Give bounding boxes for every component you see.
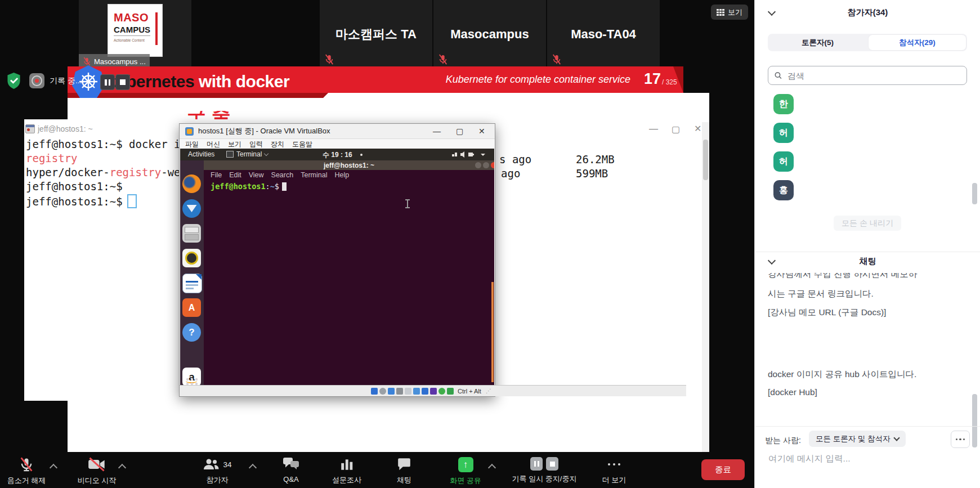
tmenu-view[interactable]: View	[249, 171, 264, 179]
send-to-selector[interactable]: 모든 토론자 및 참석자	[809, 431, 906, 447]
menu-input[interactable]: 입력	[249, 140, 263, 149]
participants-icon	[203, 457, 220, 472]
video-tile-masocampus-logo[interactable]: MASO CAMPUS Actionable Content Masocampu…	[79, 0, 191, 69]
participants-button[interactable]: 34 참가자	[189, 457, 245, 485]
show-applications-icon[interactable]	[185, 377, 199, 385]
menu-help[interactable]: 도움말	[292, 140, 312, 149]
tmenu-edit[interactable]: Edit	[229, 171, 241, 179]
thunderbird-icon[interactable]	[182, 199, 201, 218]
view-button-label: 보기	[728, 7, 742, 17]
end-meeting-button[interactable]: 종료	[701, 459, 745, 480]
participant-avatar[interactable]: 허	[773, 123, 794, 143]
tab-panelists[interactable]: 토론자(5)	[768, 38, 867, 48]
polls-button[interactable]: 설문조사	[321, 457, 372, 485]
recording-pause-button[interactable]	[100, 74, 115, 90]
page-number-current: 17	[644, 70, 661, 88]
qa-button[interactable]: Q&A	[266, 457, 316, 483]
system-tray-icons[interactable]	[451, 151, 489, 158]
rhythmbox-icon[interactable]	[182, 249, 201, 267]
tmenu-file[interactable]: File	[211, 171, 222, 179]
menu-view[interactable]: 보기	[228, 140, 241, 149]
search-input[interactable]	[786, 70, 961, 81]
ubuntu-software-icon[interactable]: A	[182, 298, 201, 317]
video-tile-3[interactable]: Masocampus	[433, 0, 546, 69]
vbox-minimize-icon[interactable]: —	[433, 127, 441, 136]
terminal-minimize-icon[interactable]	[475, 162, 481, 168]
menu-machine[interactable]: 머신	[207, 140, 220, 149]
notification-dot	[360, 154, 363, 156]
tab-attendees[interactable]: 참석자(29)	[869, 35, 966, 50]
usb-icon	[396, 388, 403, 395]
video-tile-4[interactable]: Maso-TA04	[547, 0, 660, 69]
participants-options-chevron[interactable]	[249, 464, 257, 472]
participant-search[interactable]	[768, 66, 967, 85]
share-screen-button[interactable]: ↑ 화면 공유	[440, 457, 491, 486]
chat-message-link[interactable]: [강사님 메모 URL (구글 Docs)]	[768, 307, 886, 318]
chat-more-button[interactable]	[951, 431, 970, 448]
start-video-button[interactable]: 비디오 시작	[71, 456, 122, 486]
banner-subtitle: Kubernete for complete container service	[388, 74, 630, 86]
participant-avatar[interactable]: 한	[773, 94, 794, 114]
left-terminal-icon	[25, 124, 35, 133]
pause-recording-icon[interactable]	[530, 457, 543, 471]
clock[interactable]: 수 19 : 16	[323, 150, 352, 160]
guest-terminal-cursor	[282, 182, 287, 191]
security-shield-icon[interactable]	[6, 72, 21, 89]
libreoffice-writer-icon[interactable]	[182, 274, 202, 293]
chat-message-link[interactable]: [docker Hub]	[768, 387, 817, 398]
vbox-maximize-icon[interactable]: ▢	[456, 127, 463, 136]
activities-button[interactable]: Activities	[188, 150, 214, 158]
ibeam-cursor	[407, 199, 408, 208]
recording-indicator-icon[interactable]	[29, 73, 44, 88]
focused-app-menu[interactable]: Terminal	[226, 150, 268, 158]
participant-avatar[interactable]: 허	[773, 151, 794, 172]
gnome-terminal-menubar[interactable]: File Edit View Search Terminal Help	[204, 171, 356, 179]
recording-controls-button[interactable]: 기록 일시 중지/중지	[502, 457, 587, 484]
chat-scrollbar[interactable]	[972, 394, 977, 447]
send-to-label: 받는 사람:	[765, 436, 801, 446]
more-button[interactable]: 더 보기	[589, 457, 639, 485]
stop-recording-icon[interactable]	[546, 457, 558, 471]
chat-button[interactable]: 채팅	[379, 457, 429, 485]
close-icon[interactable]: ✕	[694, 124, 701, 133]
virtualbox-menubar[interactable]: 파일 머신 보기 입력 장치 도움말	[180, 139, 495, 149]
terminal-close-icon[interactable]	[491, 162, 494, 168]
gnome-top-panel: Activities Terminal 수 19 : 16	[180, 149, 494, 160]
menu-devices[interactable]: 장치	[271, 140, 284, 149]
logo-red-bar	[155, 12, 158, 45]
view-button[interactable]: 보기	[711, 5, 748, 20]
tile3-name: Masocampus	[433, 27, 546, 42]
minimize-icon[interactable]: —	[649, 124, 658, 133]
lower-all-hands-button[interactable]: 모든 손 내리기	[834, 216, 901, 231]
recording-stop-button[interactable]	[115, 74, 130, 90]
chat-message-input[interactable]	[767, 453, 955, 464]
menu-file[interactable]: 파일	[185, 140, 199, 149]
docker-output-created: s ago	[499, 153, 531, 165]
tmenu-help[interactable]: Help	[334, 171, 349, 179]
tmenu-terminal[interactable]: Terminal	[301, 171, 327, 179]
terminal-cursor	[127, 194, 137, 208]
virtualbox-title: hostos1 [실행 중] - Oracle VM VirtualBox	[198, 126, 330, 136]
firefox-icon[interactable]	[182, 174, 201, 193]
host-key-icon	[447, 388, 454, 395]
participant-avatar[interactable]: 홍	[773, 180, 794, 200]
gnome-terminal-titlebar[interactable]: jeff@hostos1: ~	[204, 160, 494, 170]
display-icon	[413, 388, 420, 395]
files-icon[interactable]	[182, 224, 201, 243]
terminal-maximize-icon[interactable]	[483, 162, 489, 168]
orange-scroll-strip	[491, 282, 494, 382]
tmenu-search[interactable]: Search	[271, 171, 294, 179]
video-tile-2[interactable]: 마소캠퍼스 TA	[320, 0, 432, 69]
virtualbox-titlebar[interactable]: hostos1 [실행 중] - Oracle VM VirtualBox — …	[180, 124, 495, 139]
chevron-down-icon	[893, 435, 900, 441]
ubuntu-dock: A ? a	[180, 160, 204, 385]
unmute-button[interactable]: 음소거 해제	[1, 456, 52, 486]
maximize-icon[interactable]: ▢	[672, 125, 680, 134]
participants-scrollbar[interactable]	[972, 183, 977, 204]
vbox-close-icon[interactable]: ✕	[478, 127, 485, 136]
help-icon[interactable]: ?	[182, 323, 201, 342]
virtualbox-statusbar: Ctrl + Alt ⋰	[180, 385, 686, 396]
tile2-name: 마소캠퍼스 TA	[320, 26, 432, 43]
muted-mic-icon	[19, 456, 34, 472]
slide-scrollbar-thumb[interactable]	[703, 140, 708, 180]
